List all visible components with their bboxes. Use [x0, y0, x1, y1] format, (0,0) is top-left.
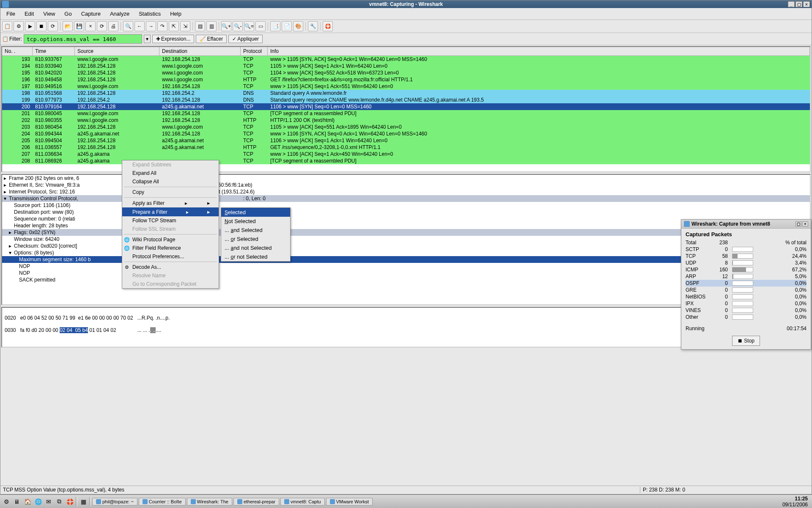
ctx-apply-as-filter[interactable]: Apply as Filter▸ — [122, 199, 219, 207]
maximize-button[interactable]: ▢ — [796, 1, 802, 7]
dialog-close[interactable]: × — [802, 221, 808, 226]
packet-row[interactable]: 205810.994504192.168.254.128a245.g.akama… — [2, 137, 810, 144]
sub--and-selected[interactable]: ... and Selected — [221, 226, 290, 235]
menu-capture[interactable]: Capture — [77, 9, 105, 19]
menu-file[interactable]: File — [2, 9, 19, 19]
packet-row[interactable]: 207811.036634a245.g.akamaTCPwww > 1106 [… — [2, 151, 810, 157]
expression-button[interactable]: ✚ Expression... — [152, 35, 194, 43]
pager-icon[interactable]: ▦ — [79, 497, 88, 506]
ctx-prepare-a-filter[interactable]: Prepare a Filter▸ — [122, 207, 219, 216]
packet-row[interactable]: 203810.980454192.168.254.128www.l.google… — [2, 124, 810, 130]
task-item[interactable]: VMware Workst — [326, 498, 373, 505]
back-button[interactable]: ← — [134, 21, 145, 31]
col-header-source[interactable]: Source — [75, 47, 159, 55]
autoscroll-button[interactable]: ▥ — [206, 21, 217, 31]
help-icon[interactable]: 🛟 — [65, 497, 74, 506]
apply-button[interactable]: ✓ Appliquer — [228, 35, 263, 43]
packet-row[interactable]: 197810.949516www.l.google.com192.168.254… — [2, 83, 810, 90]
ctx-decode-as-[interactable]: ⚙Decode As... — [122, 263, 219, 271]
display-filters-button[interactable]: 📄 — [282, 21, 292, 31]
prefs-button[interactable]: 🔧 — [308, 21, 318, 31]
start-capture-button[interactable]: ▶ — [25, 21, 35, 31]
ctx-protocol-preferences-[interactable]: Protocol Preferences... — [122, 252, 219, 261]
packet-row[interactable]: 199810.977973192.168.254.2192.168.254.12… — [2, 97, 810, 103]
kmenu-icon[interactable]: ⚙ — [2, 497, 11, 506]
coloring-rules-button[interactable]: 🎨 — [293, 21, 303, 31]
col-header-time[interactable]: Time — [33, 47, 75, 55]
col-header-info[interactable]: Info — [268, 47, 810, 55]
print-button[interactable]: 🖨 — [108, 21, 118, 31]
task-item[interactable]: ethereal-prepar — [233, 498, 279, 505]
task-item[interactable]: Wireshark: The — [187, 498, 232, 505]
last-button[interactable]: ⇲ — [180, 21, 190, 31]
capture-filters-button[interactable]: 📑 — [270, 21, 280, 31]
ctx-copy[interactable]: Copy — [122, 188, 219, 196]
first-button[interactable]: ⇱ — [169, 21, 179, 31]
colorize-button[interactable]: ▤ — [195, 21, 205, 31]
minimize-button[interactable]: _ — [788, 1, 795, 7]
sub-selected[interactable]: Selected — [221, 208, 290, 217]
submenu[interactable]: SelectedNot Selected... and Selected... … — [221, 207, 291, 262]
close-button[interactable]: × — [803, 1, 810, 7]
zoom-out-button[interactable]: 🔍- — [233, 21, 243, 31]
ctx-filter-field-reference[interactable]: 🌐Filter Field Reference — [122, 244, 219, 252]
options-button[interactable]: ⚙ — [14, 21, 24, 31]
open-button[interactable]: 📂 — [63, 21, 73, 31]
packet-row[interactable]: 195810.942020192.168.254.128www.l.google… — [2, 69, 810, 76]
ctx-collapse-all[interactable]: Collapse All — [122, 177, 219, 186]
packet-row[interactable]: 194810.933940192.168.254.128www.l.google… — [2, 63, 810, 69]
menu-statistics[interactable]: Statistics — [134, 9, 165, 19]
filter-input[interactable] — [24, 34, 142, 44]
col-header-protocol[interactable]: Protocol — [241, 47, 268, 55]
packet-list[interactable]: No. . Time Source Destination Protocol I… — [1, 46, 811, 172]
home-icon[interactable]: 🏠 — [23, 497, 32, 506]
task-item[interactable]: phil@topaze: ~ — [92, 498, 137, 505]
context-menu[interactable]: Expand SubtreesExpand AllCollapse AllCop… — [122, 160, 219, 289]
mail-icon[interactable]: ✉ — [44, 497, 53, 506]
sub--or-not-selected[interactable]: ... or not Selected — [221, 252, 290, 261]
col-header-no[interactable]: No. . — [2, 47, 33, 55]
interfaces-button[interactable]: 📋 — [2, 21, 12, 31]
stop-button[interactable]: ⏹ Stop — [732, 336, 760, 346]
menu-help[interactable]: Help — [166, 9, 186, 19]
task-item[interactable]: vmnet8: Captu — [280, 498, 325, 505]
packet-row[interactable]: 193810.933767www.l.google.com192.168.254… — [2, 56, 810, 63]
zoom-in-button[interactable]: 🔍+ — [221, 21, 231, 31]
menu-edit[interactable]: Edit — [20, 9, 38, 19]
desktop-icon[interactable]: 🖥 — [12, 497, 22, 506]
forward-button[interactable]: → — [146, 21, 156, 31]
packet-row[interactable]: 200810.979164192.168.254.128a245.g.akama… — [2, 103, 810, 110]
stop-capture-button[interactable]: ⏹ — [36, 21, 47, 31]
menu-analyze[interactable]: Analyze — [106, 9, 134, 19]
capture-dialog[interactable]: Wireshark: Capture from vmnet8 ▢ × Captu… — [681, 219, 811, 350]
packet-row[interactable]: 206811.036557192.168.254.128a245.g.akama… — [2, 144, 810, 151]
resize-cols-button[interactable]: ▭ — [255, 21, 266, 31]
packet-row[interactable]: 204810.994344a245.g.akamai.net192.168.25… — [2, 130, 810, 137]
ctx-follow-tcp-stream[interactable]: Follow TCP Stream — [122, 216, 219, 225]
restart-capture-button[interactable]: ⟳ — [48, 21, 58, 31]
ctx-wiki-protocol-page[interactable]: 🌐Wiki Protocol Page — [122, 235, 219, 244]
clear-button[interactable]: 🧹 Effacer — [196, 35, 227, 43]
menu-go[interactable]: Go — [60, 9, 76, 19]
dialog-maximize[interactable]: ▢ — [796, 221, 801, 226]
ctx-expand-all[interactable]: Expand All — [122, 169, 219, 177]
menu-view[interactable]: View — [39, 9, 59, 19]
packet-row[interactable]: 198810.951568192.168.254.128192.168.254.… — [2, 90, 810, 97]
task-item[interactable]: Courrier :: Boîte — [139, 498, 186, 505]
sub-not-selected[interactable]: Not Selected — [221, 217, 290, 226]
col-header-destination[interactable]: Destination — [159, 47, 241, 55]
sub--and-not-selected[interactable]: ... and not Selected — [221, 243, 290, 252]
find-button[interactable]: 🔍 — [123, 21, 133, 31]
close-file-button[interactable]: × — [85, 21, 96, 31]
terminal-icon[interactable]: ⧉ — [55, 497, 64, 506]
goto-button[interactable]: ↷ — [157, 21, 167, 31]
filter-dropdown[interactable]: ▾ — [144, 35, 151, 43]
help-button[interactable]: 🛟 — [323, 21, 333, 31]
sub--or-selected[interactable]: ... or Selected — [221, 235, 290, 243]
packet-row[interactable]: 201810.980045www.l.google.com192.168.254… — [2, 110, 810, 117]
browser-icon[interactable]: 🌐 — [33, 497, 43, 506]
packet-row[interactable]: 202810.980355www.l.google.com192.168.254… — [2, 117, 810, 124]
save-button[interactable]: 💾 — [74, 21, 84, 31]
reload-button[interactable]: ⟳ — [97, 21, 107, 31]
zoom-reset-button[interactable]: 🔍= — [244, 21, 254, 31]
